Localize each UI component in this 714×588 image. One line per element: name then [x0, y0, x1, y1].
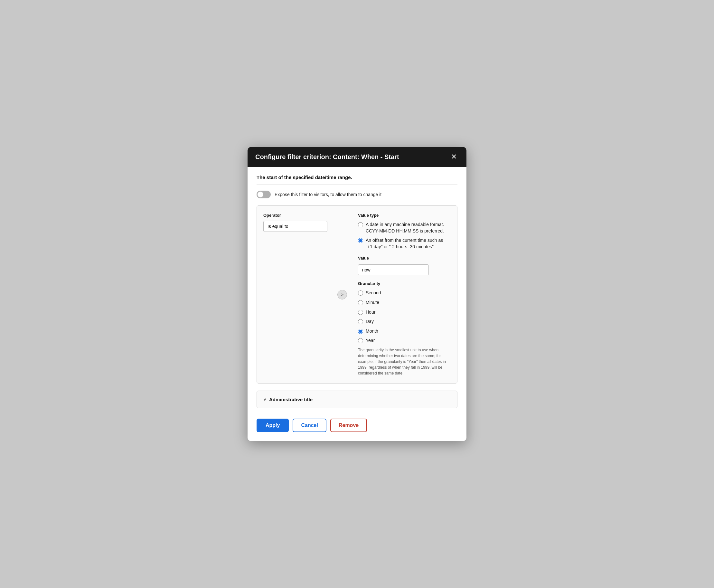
footer-buttons: Apply Cancel Remove — [257, 415, 457, 434]
value-input-label: Value — [358, 256, 449, 260]
granularity-label: Granularity — [358, 281, 449, 286]
granularity-second-text: Second — [366, 290, 381, 296]
granularity-second-row[interactable]: Second — [358, 290, 449, 296]
value-col: Value type A date in any machine readabl… — [350, 206, 457, 383]
granularity-hour-text: Hour — [366, 309, 375, 316]
granularity-day-row[interactable]: Day — [358, 318, 449, 325]
modal-title: Configure filter criterion: Content: Whe… — [255, 153, 399, 161]
toggle-row: Expose this filter to visitors, to allow… — [257, 191, 457, 198]
granularity-minute-text: Minute — [366, 299, 379, 306]
value-type-offset-text: An offset from the current time such as … — [366, 237, 449, 250]
value-section: Value — [358, 256, 449, 275]
granularity-day-text: Day — [366, 318, 374, 325]
value-type-date-radio[interactable] — [358, 222, 363, 227]
modal-dialog: Configure filter criterion: Content: Whe… — [247, 147, 467, 441]
granularity-section: Granularity Second Minute Hour — [358, 281, 449, 376]
value-type-offset-row[interactable]: An offset from the current time such as … — [358, 237, 449, 250]
arrow-button[interactable]: > — [337, 290, 347, 299]
granularity-year-radio[interactable] — [358, 338, 363, 343]
granularity-year-text: Year — [366, 337, 375, 344]
granularity-minute-radio[interactable] — [358, 300, 363, 305]
value-type-date-text: A date in any machine readable format. C… — [366, 222, 449, 234]
value-input[interactable] — [358, 265, 429, 275]
close-button[interactable]: ✕ — [449, 153, 459, 161]
value-type-date-row[interactable]: A date in any machine readable format. C… — [358, 222, 449, 234]
granularity-year-row[interactable]: Year — [358, 337, 449, 344]
chevron-down-icon: ∨ — [263, 397, 266, 402]
granularity-month-text: Month — [366, 328, 378, 335]
granularity-month-row[interactable]: Month — [358, 328, 449, 335]
granularity-hour-row[interactable]: Hour — [358, 309, 449, 316]
toggle-label: Expose this filter to visitors, to allow… — [275, 192, 382, 197]
divider — [257, 185, 457, 185]
granularity-second-radio[interactable] — [358, 291, 363, 296]
granularity-day-radio[interactable] — [358, 319, 363, 324]
operator-select[interactable]: Is equal to Is less than Is greater than… — [263, 221, 327, 232]
operator-col: Operator Is equal to Is less than Is gre… — [257, 206, 334, 383]
expose-toggle[interactable] — [257, 191, 271, 198]
granularity-hint: The granularity is the smallest unit to … — [358, 347, 449, 376]
admin-title-text: Administrative title — [269, 397, 312, 402]
arrow-col: > — [334, 206, 350, 383]
granularity-month-radio[interactable] — [358, 329, 363, 334]
operator-select-wrap: Is equal to Is less than Is greater than… — [263, 221, 327, 232]
value-type-label: Value type — [358, 213, 449, 218]
admin-title-box[interactable]: ∨ Administrative title — [257, 391, 457, 408]
remove-button[interactable]: Remove — [330, 419, 367, 432]
granularity-hour-radio[interactable] — [358, 310, 363, 315]
modal-body: The start of the specified date/time ran… — [247, 167, 467, 441]
cancel-button[interactable]: Cancel — [293, 419, 326, 432]
config-box: Operator Is equal to Is less than Is gre… — [257, 206, 457, 383]
value-type-offset-radio[interactable] — [358, 238, 363, 243]
apply-button[interactable]: Apply — [257, 419, 289, 432]
modal-header: Configure filter criterion: Content: Whe… — [247, 147, 467, 167]
granularity-minute-row[interactable]: Minute — [358, 299, 449, 306]
description-text: The start of the specified date/time ran… — [257, 174, 457, 180]
operator-label: Operator — [263, 213, 327, 218]
